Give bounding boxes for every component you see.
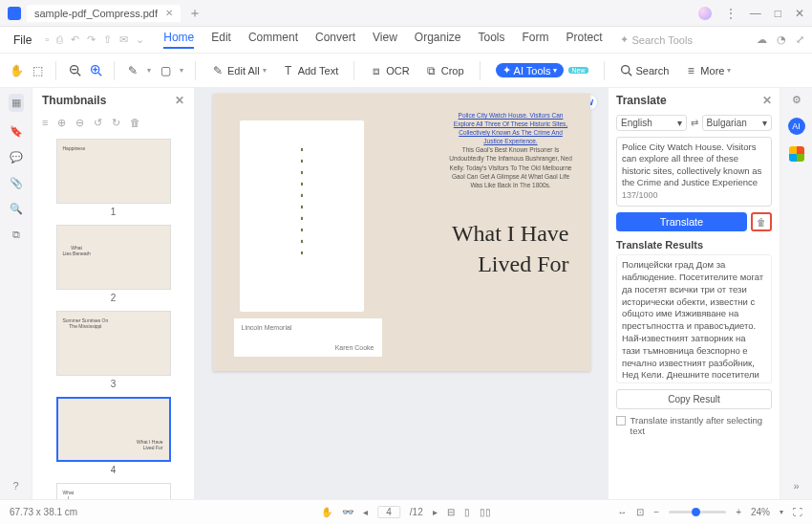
menu-organize[interactable]: Organize bbox=[415, 31, 461, 49]
crop-icon: ⧉ bbox=[425, 64, 438, 77]
menu-tools[interactable]: Tools bbox=[479, 31, 505, 49]
zoom-slider[interactable] bbox=[669, 511, 726, 513]
svg-point-7 bbox=[622, 66, 630, 74]
print-icon[interactable]: ⎙ bbox=[56, 33, 63, 46]
ai-rail-icon[interactable]: AI bbox=[788, 118, 805, 135]
fullscreen-icon[interactable]: ⛶ bbox=[793, 507, 802, 517]
kebab-icon[interactable]: ⋮ bbox=[725, 7, 737, 20]
ai-tools-button[interactable]: ✦AI Tools▾New bbox=[492, 61, 592, 79]
add-text-button[interactable]: TAdd Text bbox=[278, 62, 343, 79]
zoom-in-icon[interactable] bbox=[89, 64, 102, 77]
selected-text[interactable]: Police City Watch House. Visitors Can Ex… bbox=[449, 111, 573, 189]
read-mode-icon[interactable]: 👓 bbox=[342, 507, 353, 517]
list-icon[interactable]: ≡ bbox=[42, 117, 48, 129]
bookmark-rail-icon[interactable]: 🔖 bbox=[10, 125, 23, 138]
help-rail-icon[interactable]: ? bbox=[12, 480, 18, 491]
search-tools-label: Search Tools bbox=[632, 34, 693, 46]
thumbnails-rail-icon[interactable]: ▦ bbox=[9, 94, 24, 112]
comment-rail-icon[interactable]: 💬 bbox=[10, 151, 23, 164]
delete-icon[interactable]: 🗑 bbox=[130, 117, 140, 129]
undo-icon[interactable]: ↶ bbox=[71, 33, 79, 46]
instant-translate-option[interactable]: Translate instantly after selecting text bbox=[616, 415, 772, 436]
translate-button[interactable]: Translate bbox=[616, 212, 747, 231]
single-page-icon[interactable]: ▯ bbox=[464, 507, 470, 517]
highlighter-icon[interactable]: ✎ bbox=[126, 64, 139, 77]
redo-icon[interactable]: ↷ bbox=[87, 33, 96, 46]
menu-home[interactable]: Home bbox=[163, 31, 194, 49]
collapse-rail-icon[interactable]: » bbox=[793, 480, 799, 491]
menu-view[interactable]: View bbox=[373, 31, 397, 49]
page-input[interactable]: 4 bbox=[377, 506, 400, 518]
save-icon[interactable]: ▫ bbox=[45, 33, 49, 46]
search-tools[interactable]: ✦ Search Tools bbox=[620, 33, 693, 46]
select-tool-icon[interactable]: ⬚ bbox=[31, 64, 44, 77]
add-tab-button[interactable]: ＋ bbox=[188, 5, 202, 22]
shape-icon[interactable]: ▢ bbox=[159, 64, 172, 77]
settings-rail-icon[interactable]: ⚙ bbox=[792, 94, 801, 106]
ocr-button[interactable]: ⧈OCR bbox=[366, 62, 413, 79]
copy-result-button[interactable]: Copy Result bbox=[616, 389, 772, 409]
two-page-icon[interactable]: ▯▯ bbox=[480, 507, 491, 517]
search-button[interactable]: Search bbox=[616, 62, 673, 79]
body-text: This Gaol's Best Known Prisoner Is Undou… bbox=[449, 145, 573, 188]
cloud-icon[interactable]: ☁ bbox=[757, 33, 767, 46]
hand-tool-icon[interactable]: ✋ bbox=[10, 64, 23, 77]
zoom-out-status-icon[interactable]: − bbox=[653, 507, 659, 517]
thumbnail-5[interactable]: WhatIHave bbox=[42, 483, 184, 499]
search-rail-icon[interactable]: 🔍 bbox=[10, 203, 23, 215]
share-icon[interactable]: ⇧ bbox=[103, 33, 112, 46]
thumbnail-2[interactable]: WhatLies Beneath2 bbox=[42, 225, 184, 303]
chevron-down-icon[interactable]: ⌄ bbox=[136, 33, 144, 46]
chevron-down-icon[interactable]: ▾ bbox=[147, 66, 151, 75]
fit-page-icon[interactable]: ⊡ bbox=[636, 507, 644, 517]
page-canvas[interactable]: W Lincoln Memorial Karen Cooke Police Ci… bbox=[195, 88, 608, 499]
edit-all-button[interactable]: ✎Edit All▾ bbox=[207, 62, 270, 79]
microsoft-rail-icon[interactable] bbox=[789, 146, 804, 162]
menu-protect[interactable]: Protect bbox=[566, 31, 603, 49]
zoom-in-icon[interactable]: ⊕ bbox=[57, 117, 66, 129]
checkbox-icon[interactable] bbox=[616, 416, 626, 426]
scroll-mode-icon[interactable]: ⊟ bbox=[447, 507, 455, 517]
maximize-button[interactable]: □ bbox=[775, 7, 781, 20]
layers-rail-icon[interactable]: ⧉ bbox=[12, 229, 20, 241]
attachment-rail-icon[interactable]: 📎 bbox=[10, 177, 23, 189]
close-button[interactable]: ✕ bbox=[795, 7, 804, 20]
menu-convert[interactable]: Convert bbox=[315, 31, 355, 49]
prev-page-icon[interactable]: ◂ bbox=[363, 507, 368, 517]
next-page-icon[interactable]: ▸ bbox=[433, 507, 438, 517]
chevron-down-icon[interactable]: ▾ bbox=[180, 66, 183, 75]
minimize-button[interactable]: ― bbox=[750, 7, 761, 20]
source-language-select[interactable]: English▾ bbox=[616, 115, 687, 131]
ai-orb-icon[interactable] bbox=[698, 7, 712, 20]
wand-icon: ✦ bbox=[620, 33, 629, 46]
mail-icon[interactable]: ✉ bbox=[119, 33, 128, 46]
more-button[interactable]: ≡More▾ bbox=[680, 62, 735, 79]
thumbnail-3[interactable]: Summer Sunrises OnThe Mississippi3 bbox=[42, 311, 184, 389]
translate-panel: Translate ✕ English▾ ⇄ Bulgarian▾ Police… bbox=[608, 88, 780, 499]
page-total: /12 bbox=[410, 507, 423, 517]
file-menu[interactable]: File bbox=[8, 32, 37, 49]
thumbnail-4[interactable]: What I HaveLived For4 bbox=[42, 397, 184, 475]
zoom-in-status-icon[interactable]: + bbox=[736, 507, 741, 517]
close-translate-icon[interactable]: ✕ bbox=[762, 94, 772, 107]
bell-icon[interactable]: ◔ bbox=[777, 33, 786, 46]
menu-form[interactable]: Form bbox=[523, 31, 549, 49]
source-text-box[interactable]: Police City Watch House. Visitors can ex… bbox=[616, 137, 772, 207]
thumbnail-1[interactable]: Happiness1 bbox=[42, 139, 184, 217]
document-tab[interactable]: sample-pdf_Compress.pdf ✕ bbox=[27, 5, 181, 22]
tab-close-icon[interactable]: ✕ bbox=[165, 8, 173, 18]
menu-edit[interactable]: Edit bbox=[211, 31, 231, 49]
target-language-select[interactable]: Bulgarian▾ bbox=[702, 115, 773, 131]
hand-mode-icon[interactable]: ✋ bbox=[321, 507, 332, 517]
expand-icon[interactable]: ⤢ bbox=[796, 33, 804, 46]
swap-languages-icon[interactable]: ⇄ bbox=[691, 118, 698, 128]
zoom-out-icon[interactable]: ⊖ bbox=[75, 117, 84, 129]
crop-button[interactable]: ⧉Crop bbox=[421, 62, 468, 79]
menu-comment[interactable]: Comment bbox=[248, 31, 298, 49]
fit-width-icon[interactable]: ↔ bbox=[617, 507, 627, 517]
delete-translation-button[interactable]: 🗑 bbox=[751, 212, 772, 231]
rotate-right-icon[interactable]: ↻ bbox=[112, 117, 120, 129]
rotate-left-icon[interactable]: ↺ bbox=[94, 117, 102, 129]
close-panel-icon[interactable]: ✕ bbox=[175, 94, 184, 107]
zoom-out-icon[interactable] bbox=[68, 64, 81, 77]
